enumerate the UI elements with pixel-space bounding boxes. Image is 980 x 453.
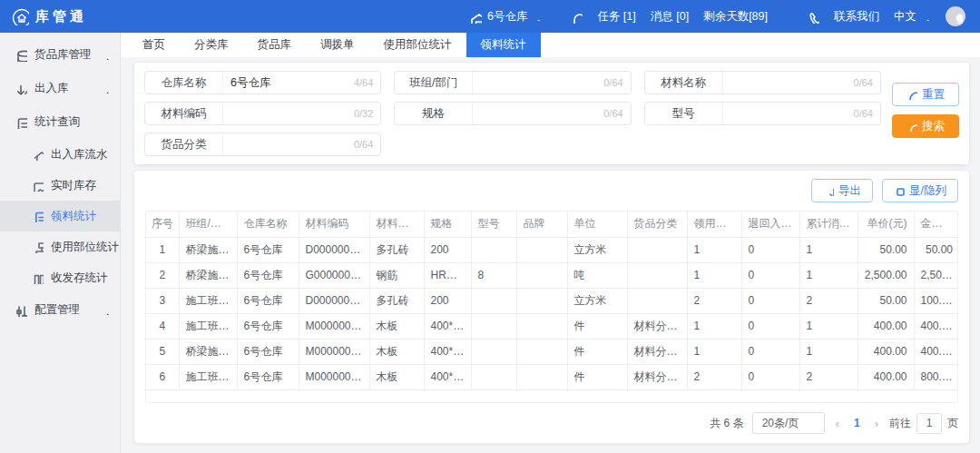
- column-header: 品牌: [516, 212, 567, 237]
- page-number[interactable]: 1: [850, 417, 864, 429]
- field-material-name: 材料名称 0/64: [644, 71, 881, 94]
- warehouse-selector[interactable]: 6号仓库: [468, 9, 542, 25]
- column-header: 单位: [567, 212, 627, 237]
- tab-category-library[interactable]: 分类库: [180, 33, 243, 57]
- tasks-link[interactable]: 任务 [1]: [597, 9, 635, 25]
- char-counter: 0/64: [854, 77, 880, 88]
- table-row: 1桥梁施工...6号仓库D0000000002多孔砖200立方米10150.00…: [146, 237, 958, 262]
- in-out-arrows-icon: [14, 82, 27, 95]
- table-cell: 材料分类...: [627, 339, 687, 364]
- table-cell: M0000000001: [299, 313, 369, 339]
- reset-button[interactable]: 重置: [892, 83, 959, 106]
- tab-goods-library[interactable]: 货品库: [243, 33, 307, 57]
- column-header: 领用出库...: [687, 212, 741, 237]
- home-icon: [31, 148, 44, 161]
- char-counter: 0/64: [354, 139, 380, 150]
- goods-category-input[interactable]: [223, 138, 354, 151]
- export-button[interactable]: 导出: [811, 179, 873, 202]
- table-cell: 400*400: [424, 364, 471, 389]
- table-cell: 施工班组E: [179, 313, 237, 339]
- sidebar-item-label: 出入库: [34, 81, 69, 96]
- chevron-down-icon: [533, 12, 542, 21]
- table-cell: 件: [567, 313, 627, 339]
- table-cell: 200: [424, 288, 471, 313]
- table-cell: 立方米: [567, 288, 627, 313]
- sidebar-item-realtime-stock[interactable]: 实时库存: [0, 170, 120, 201]
- messages-link[interactable]: 消息 [0]: [651, 9, 689, 25]
- field-warehouse-name: 仓库名称 4/64: [144, 71, 381, 94]
- goto-page-input[interactable]: [916, 413, 942, 434]
- language-selector[interactable]: 中文: [894, 9, 931, 25]
- sidebar-item-goods-library[interactable]: 货品库管理: [0, 38, 120, 72]
- material-name-input[interactable]: [723, 76, 854, 89]
- table-cell: 400*400: [424, 313, 471, 339]
- material-code-input[interactable]: [223, 107, 354, 120]
- page-size-select[interactable]: 20条/页: [752, 412, 825, 434]
- tab-usage-location-stats[interactable]: 使用部位统计: [369, 33, 466, 57]
- table-cell: 吨: [567, 262, 627, 288]
- table-cell: 6: [146, 364, 179, 389]
- team-department-input[interactable]: [473, 76, 603, 89]
- sidebar-item-picking-stats[interactable]: 领料统计: [0, 201, 120, 231]
- table-cell: 3: [146, 288, 179, 313]
- table-cell: 1: [687, 262, 741, 288]
- table-cell: 材料分类...: [627, 313, 687, 339]
- search-button[interactable]: 搜索: [892, 114, 959, 138]
- tab-home[interactable]: 首页: [128, 33, 180, 57]
- refresh-icon: [906, 89, 917, 100]
- table-cell: HRB40...: [424, 262, 471, 288]
- sitemap-icon: [31, 241, 44, 253]
- table-cell: 施工班组E: [179, 288, 237, 313]
- table-cell: 2: [799, 288, 858, 313]
- warehouse-name-input[interactable]: [223, 76, 354, 89]
- char-counter: 0/64: [854, 108, 880, 119]
- sidebar-item-inout-flow[interactable]: 出入库流水: [0, 139, 120, 170]
- table-cell: 1: [146, 237, 179, 262]
- warehouse-name: 6号仓库: [487, 9, 527, 25]
- char-counter: 0/32: [354, 108, 380, 119]
- column-header: 规格: [424, 212, 471, 237]
- sidebar-item-in-out[interactable]: 出入库: [0, 72, 120, 105]
- field-label: 货品分类: [145, 133, 223, 155]
- table-row: 3施工班组E6号仓库D0000000002多孔砖200立方米20250.0010…: [146, 288, 958, 313]
- tab-transfer-order[interactable]: 调拨单: [306, 33, 369, 57]
- sidebar-item-usage-location-stats[interactable]: 使用部位统计: [0, 231, 120, 262]
- avatar[interactable]: [946, 6, 965, 26]
- table-cell: 6号仓库: [237, 339, 299, 364]
- sidebar-item-receipt-dispatch-stats[interactable]: 收发存统计: [0, 262, 120, 293]
- table-cell: [516, 364, 567, 389]
- next-page-button[interactable]: ›: [872, 417, 881, 430]
- column-header: 货品分类: [627, 212, 687, 237]
- tab-picking-stats[interactable]: 领料统计: [466, 33, 541, 57]
- model-input[interactable]: [723, 107, 854, 120]
- table-cell: 2,500.00: [858, 262, 914, 288]
- table-cell: 800.00: [914, 364, 958, 389]
- field-label: 规格: [395, 103, 473, 124]
- table-cell: 6号仓库: [237, 313, 299, 339]
- show-hide-columns-button[interactable]: 显/隐列: [882, 179, 958, 202]
- table-cell: 立方米: [567, 237, 627, 262]
- table-cell: 施工班组D: [179, 364, 237, 389]
- chart-icon: [31, 179, 44, 192]
- sidebar-item-config[interactable]: 配置管理: [0, 293, 120, 327]
- table-cell: 4: [146, 313, 179, 339]
- sidebar-item-stats-query[interactable]: 统计查询: [0, 105, 120, 139]
- chevron-down-icon: [922, 12, 931, 21]
- table-cell: 400.00: [858, 339, 914, 364]
- total-count: 共 6 条: [710, 416, 743, 431]
- specification-input[interactable]: [473, 107, 603, 120]
- table-cell: 400.00: [914, 313, 958, 339]
- contact-us-link[interactable]: 联系我们: [834, 9, 879, 25]
- column-header: 累计消耗...: [799, 212, 858, 237]
- table-row: 6施工班组D6号仓库M0000000001木板400*400件材料分类...20…: [146, 364, 958, 389]
- table-cell: 桥梁施工...: [179, 262, 237, 288]
- table-cell: 木板: [369, 364, 424, 389]
- bell-icon[interactable]: [569, 10, 583, 24]
- chevron-down-icon: [102, 306, 111, 315]
- user-icon: [949, 10, 963, 24]
- prev-page-button[interactable]: ‹: [833, 417, 842, 430]
- column-header: 材料编码: [299, 212, 369, 237]
- table-header-row: 序号班组/部门仓库名称材料编码材料名称规格型号品牌单位货品分类领用出库...退回…: [146, 212, 958, 237]
- results-table: 序号班组/部门仓库名称材料编码材料名称规格型号品牌单位货品分类领用出库...退回…: [146, 212, 958, 390]
- table-cell: 50.00: [914, 237, 958, 262]
